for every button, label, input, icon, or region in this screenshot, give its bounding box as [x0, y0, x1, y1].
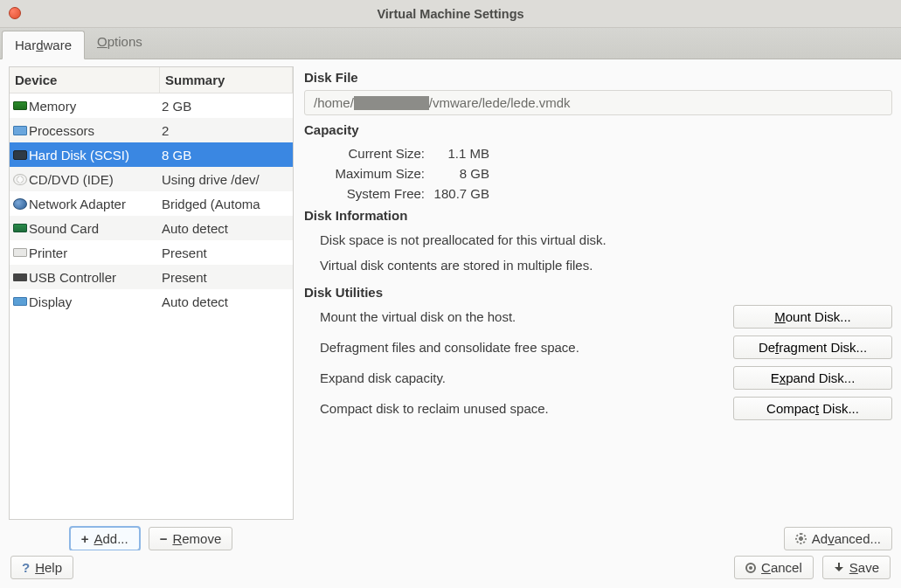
disk-utilities: Mount the virtual disk on the host. Moun… — [304, 305, 892, 420]
cpu-icon — [13, 126, 27, 135]
cancel-icon — [745, 563, 756, 573]
memory-icon — [13, 101, 27, 110]
device-row-sound[interactable]: Sound Card Auto detect — [10, 216, 293, 240]
usb-icon — [13, 273, 27, 281]
capacity-title: Capacity — [304, 122, 892, 137]
mount-disk-button[interactable]: Mount Disk... — [733, 305, 892, 329]
device-row-usb[interactable]: USB Controller Present — [10, 265, 293, 289]
printer-icon — [13, 248, 27, 257]
expand-desc: Expand disk capacity. — [320, 370, 446, 385]
window-controls — [9, 7, 21, 22]
system-free-label: System Free: — [320, 186, 433, 201]
system-free-value: 180.7 GB — [433, 186, 489, 201]
expand-disk-button[interactable]: Expand Disk... — [733, 366, 892, 390]
disk-info-text: Disk space is not preallocated for this … — [304, 228, 892, 278]
close-window-button[interactable] — [9, 7, 21, 19]
util-row-defragment: Defragment files and consolidate free sp… — [320, 336, 892, 359]
device-panel: Device Summary Memory 2 GB Processors 2 … — [9, 66, 294, 550]
disk-info-title: Disk Information — [304, 208, 892, 223]
disk-file-field[interactable]: /home//vmware/lede/lede.vmdk — [304, 90, 892, 115]
content-area: Device Summary Memory 2 GB Processors 2 … — [0, 59, 901, 588]
gear-icon — [795, 533, 807, 544]
help-button[interactable]: Help — [10, 556, 73, 579]
add-device-button[interactable]: Add... — [70, 527, 140, 550]
util-row-expand: Expand disk capacity. Expand Disk... — [320, 366, 892, 390]
device-row-network[interactable]: Network Adapter Bridged (Automa — [10, 191, 293, 216]
defragment-desc: Defragment files and consolidate free sp… — [320, 340, 579, 355]
network-icon — [13, 198, 27, 210]
minus-icon — [160, 531, 168, 546]
maximum-size-label: Maximum Size: — [320, 166, 433, 181]
header-device[interactable]: Device — [10, 67, 160, 93]
mount-desc: Mount the virtual disk on the host. — [320, 309, 516, 324]
device-row-printer[interactable]: Printer Present — [10, 240, 293, 265]
tabs-bar: Hardware Options — [0, 28, 901, 59]
util-row-mount: Mount the virtual disk on the host. Moun… — [320, 305, 892, 329]
save-button[interactable]: Save — [822, 556, 891, 579]
detail-panel: Disk File /home//vmware/lede/lede.vmdk C… — [304, 66, 892, 550]
compact-disk-button[interactable]: Compact Disk... — [733, 397, 892, 420]
remove-device-button[interactable]: Remove — [149, 527, 233, 550]
titlebar: Virtual Machine Settings — [0, 0, 901, 28]
disk-utilities-title: Disk Utilities — [304, 285, 892, 300]
device-list: Device Summary Memory 2 GB Processors 2 … — [9, 66, 294, 520]
device-row-hard-disk[interactable]: Hard Disk (SCSI) 8 GB — [10, 142, 293, 167]
device-list-header: Device Summary — [10, 67, 293, 93]
vm-settings-window: Virtual Machine Settings Hardware Option… — [0, 0, 901, 588]
main-row: Device Summary Memory 2 GB Processors 2 … — [9, 66, 892, 550]
capacity-grid: Current Size: 1.1 MB Maximum Size: 8 GB … — [304, 146, 892, 201]
cd-icon — [13, 174, 27, 185]
maximum-size-value: 8 GB — [433, 166, 489, 181]
help-icon — [22, 560, 30, 575]
redacted-path-segment — [354, 96, 429, 110]
current-size-label: Current Size: — [320, 146, 433, 161]
tab-hardware[interactable]: Hardware — [2, 31, 85, 59]
compact-desc: Compact disk to reclaim unused space. — [320, 401, 549, 416]
device-row-cddvd[interactable]: CD/DVD (IDE) Using drive /dev/ — [10, 167, 293, 191]
defragment-disk-button[interactable]: Defragment Disk... — [733, 336, 892, 359]
plus-icon — [81, 531, 89, 546]
util-row-compact: Compact disk to reclaim unused space. Co… — [320, 397, 892, 420]
hdd-icon — [13, 150, 27, 160]
dialog-button-bar: Help Cancel Save — [9, 550, 892, 581]
device-buttons: Add... Remove — [9, 520, 294, 550]
current-size-value: 1.1 MB — [433, 146, 489, 161]
sound-icon — [13, 224, 27, 232]
save-icon — [834, 563, 844, 573]
window-title: Virtual Machine Settings — [377, 7, 523, 21]
device-row-display[interactable]: Display Auto detect — [10, 289, 293, 314]
disk-file-title: Disk File — [304, 70, 892, 85]
device-row-memory[interactable]: Memory 2 GB — [10, 93, 293, 118]
device-row-processors[interactable]: Processors 2 — [10, 118, 293, 142]
display-icon — [13, 297, 27, 306]
cancel-button[interactable]: Cancel — [734, 556, 814, 579]
advanced-row: Advanced... — [304, 516, 892, 550]
advanced-button[interactable]: Advanced... — [784, 527, 892, 550]
bottom-right-buttons: Cancel Save — [734, 556, 891, 579]
header-summary[interactable]: Summary — [160, 67, 293, 93]
tab-options[interactable]: Options — [85, 28, 155, 59]
